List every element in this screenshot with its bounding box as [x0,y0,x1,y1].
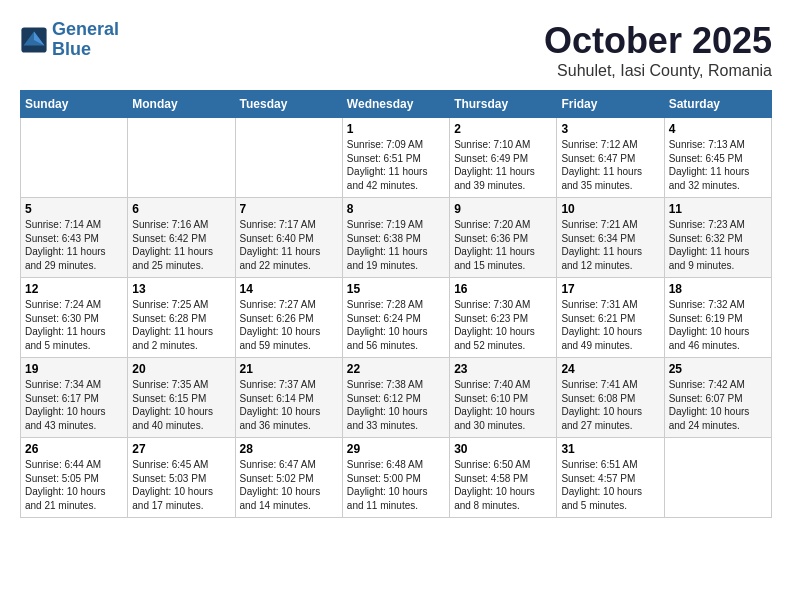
weekday-header-saturday: Saturday [664,91,771,118]
day-content: Sunrise: 7:23 AM Sunset: 6:32 PM Dayligh… [669,218,767,272]
day-cell-1: 1Sunrise: 7:09 AM Sunset: 6:51 PM Daylig… [342,118,449,198]
day-number: 13 [132,282,230,296]
day-cell-12: 12Sunrise: 7:24 AM Sunset: 6:30 PM Dayli… [21,278,128,358]
day-number: 8 [347,202,445,216]
weekday-header-wednesday: Wednesday [342,91,449,118]
day-number: 16 [454,282,552,296]
day-content: Sunrise: 6:45 AM Sunset: 5:03 PM Dayligh… [132,458,230,512]
day-number: 5 [25,202,123,216]
day-content: Sunrise: 6:51 AM Sunset: 4:57 PM Dayligh… [561,458,659,512]
weekday-header-tuesday: Tuesday [235,91,342,118]
day-cell-17: 17Sunrise: 7:31 AM Sunset: 6:21 PM Dayli… [557,278,664,358]
day-cell-24: 24Sunrise: 7:41 AM Sunset: 6:08 PM Dayli… [557,358,664,438]
day-cell-5: 5Sunrise: 7:14 AM Sunset: 6:43 PM Daylig… [21,198,128,278]
day-number: 28 [240,442,338,456]
day-cell-29: 29Sunrise: 6:48 AM Sunset: 5:00 PM Dayli… [342,438,449,518]
day-cell-28: 28Sunrise: 6:47 AM Sunset: 5:02 PM Dayli… [235,438,342,518]
day-content: Sunrise: 7:28 AM Sunset: 6:24 PM Dayligh… [347,298,445,352]
day-cell-22: 22Sunrise: 7:38 AM Sunset: 6:12 PM Dayli… [342,358,449,438]
day-content: Sunrise: 6:47 AM Sunset: 5:02 PM Dayligh… [240,458,338,512]
page-header: General Blue October 2025 Suhulet, Iasi … [20,20,772,80]
day-number: 11 [669,202,767,216]
week-row-5: 26Sunrise: 6:44 AM Sunset: 5:05 PM Dayli… [21,438,772,518]
day-cell-3: 3Sunrise: 7:12 AM Sunset: 6:47 PM Daylig… [557,118,664,198]
logo-icon [20,26,48,54]
day-cell-23: 23Sunrise: 7:40 AM Sunset: 6:10 PM Dayli… [450,358,557,438]
day-number: 19 [25,362,123,376]
day-number: 27 [132,442,230,456]
day-cell-20: 20Sunrise: 7:35 AM Sunset: 6:15 PM Dayli… [128,358,235,438]
day-cell-31: 31Sunrise: 6:51 AM Sunset: 4:57 PM Dayli… [557,438,664,518]
day-content: Sunrise: 7:14 AM Sunset: 6:43 PM Dayligh… [25,218,123,272]
day-cell-8: 8Sunrise: 7:19 AM Sunset: 6:38 PM Daylig… [342,198,449,278]
week-row-1: 1Sunrise: 7:09 AM Sunset: 6:51 PM Daylig… [21,118,772,198]
day-number: 21 [240,362,338,376]
day-number: 10 [561,202,659,216]
subtitle: Suhulet, Iasi County, Romania [544,62,772,80]
day-content: Sunrise: 7:09 AM Sunset: 6:51 PM Dayligh… [347,138,445,192]
weekday-header-sunday: Sunday [21,91,128,118]
empty-cell [21,118,128,198]
weekday-header-friday: Friday [557,91,664,118]
day-cell-15: 15Sunrise: 7:28 AM Sunset: 6:24 PM Dayli… [342,278,449,358]
day-number: 14 [240,282,338,296]
day-content: Sunrise: 6:44 AM Sunset: 5:05 PM Dayligh… [25,458,123,512]
day-cell-13: 13Sunrise: 7:25 AM Sunset: 6:28 PM Dayli… [128,278,235,358]
logo-line1: General [52,19,119,39]
day-number: 3 [561,122,659,136]
day-cell-9: 9Sunrise: 7:20 AM Sunset: 6:36 PM Daylig… [450,198,557,278]
day-cell-19: 19Sunrise: 7:34 AM Sunset: 6:17 PM Dayli… [21,358,128,438]
day-cell-11: 11Sunrise: 7:23 AM Sunset: 6:32 PM Dayli… [664,198,771,278]
day-number: 25 [669,362,767,376]
day-content: Sunrise: 7:32 AM Sunset: 6:19 PM Dayligh… [669,298,767,352]
day-cell-18: 18Sunrise: 7:32 AM Sunset: 6:19 PM Dayli… [664,278,771,358]
day-content: Sunrise: 7:27 AM Sunset: 6:26 PM Dayligh… [240,298,338,352]
day-number: 20 [132,362,230,376]
title-area: October 2025 Suhulet, Iasi County, Roman… [544,20,772,80]
day-number: 29 [347,442,445,456]
day-content: Sunrise: 7:25 AM Sunset: 6:28 PM Dayligh… [132,298,230,352]
logo: General Blue [20,20,119,60]
day-content: Sunrise: 7:21 AM Sunset: 6:34 PM Dayligh… [561,218,659,272]
day-number: 1 [347,122,445,136]
day-cell-2: 2Sunrise: 7:10 AM Sunset: 6:49 PM Daylig… [450,118,557,198]
day-content: Sunrise: 7:40 AM Sunset: 6:10 PM Dayligh… [454,378,552,432]
day-content: Sunrise: 7:41 AM Sunset: 6:08 PM Dayligh… [561,378,659,432]
day-number: 2 [454,122,552,136]
day-content: Sunrise: 7:24 AM Sunset: 6:30 PM Dayligh… [25,298,123,352]
day-number: 6 [132,202,230,216]
day-content: Sunrise: 7:19 AM Sunset: 6:38 PM Dayligh… [347,218,445,272]
week-row-2: 5Sunrise: 7:14 AM Sunset: 6:43 PM Daylig… [21,198,772,278]
day-content: Sunrise: 7:10 AM Sunset: 6:49 PM Dayligh… [454,138,552,192]
day-cell-6: 6Sunrise: 7:16 AM Sunset: 6:42 PM Daylig… [128,198,235,278]
day-number: 7 [240,202,338,216]
day-number: 30 [454,442,552,456]
day-content: Sunrise: 6:50 AM Sunset: 4:58 PM Dayligh… [454,458,552,512]
day-cell-27: 27Sunrise: 6:45 AM Sunset: 5:03 PM Dayli… [128,438,235,518]
day-cell-16: 16Sunrise: 7:30 AM Sunset: 6:23 PM Dayli… [450,278,557,358]
day-cell-4: 4Sunrise: 7:13 AM Sunset: 6:45 PM Daylig… [664,118,771,198]
day-number: 24 [561,362,659,376]
day-cell-7: 7Sunrise: 7:17 AM Sunset: 6:40 PM Daylig… [235,198,342,278]
day-number: 15 [347,282,445,296]
day-content: Sunrise: 7:37 AM Sunset: 6:14 PM Dayligh… [240,378,338,432]
day-cell-26: 26Sunrise: 6:44 AM Sunset: 5:05 PM Dayli… [21,438,128,518]
weekday-header-row: SundayMondayTuesdayWednesdayThursdayFrid… [21,91,772,118]
day-number: 23 [454,362,552,376]
day-content: Sunrise: 7:30 AM Sunset: 6:23 PM Dayligh… [454,298,552,352]
day-content: Sunrise: 7:34 AM Sunset: 6:17 PM Dayligh… [25,378,123,432]
week-row-4: 19Sunrise: 7:34 AM Sunset: 6:17 PM Dayli… [21,358,772,438]
day-cell-30: 30Sunrise: 6:50 AM Sunset: 4:58 PM Dayli… [450,438,557,518]
week-row-3: 12Sunrise: 7:24 AM Sunset: 6:30 PM Dayli… [21,278,772,358]
logo-text: General Blue [52,20,119,60]
day-content: Sunrise: 7:42 AM Sunset: 6:07 PM Dayligh… [669,378,767,432]
day-content: Sunrise: 7:35 AM Sunset: 6:15 PM Dayligh… [132,378,230,432]
day-content: Sunrise: 7:16 AM Sunset: 6:42 PM Dayligh… [132,218,230,272]
day-content: Sunrise: 6:48 AM Sunset: 5:00 PM Dayligh… [347,458,445,512]
empty-cell [235,118,342,198]
weekday-header-monday: Monday [128,91,235,118]
day-cell-10: 10Sunrise: 7:21 AM Sunset: 6:34 PM Dayli… [557,198,664,278]
day-cell-25: 25Sunrise: 7:42 AM Sunset: 6:07 PM Dayli… [664,358,771,438]
calendar-table: SundayMondayTuesdayWednesdayThursdayFrid… [20,90,772,518]
day-content: Sunrise: 7:38 AM Sunset: 6:12 PM Dayligh… [347,378,445,432]
